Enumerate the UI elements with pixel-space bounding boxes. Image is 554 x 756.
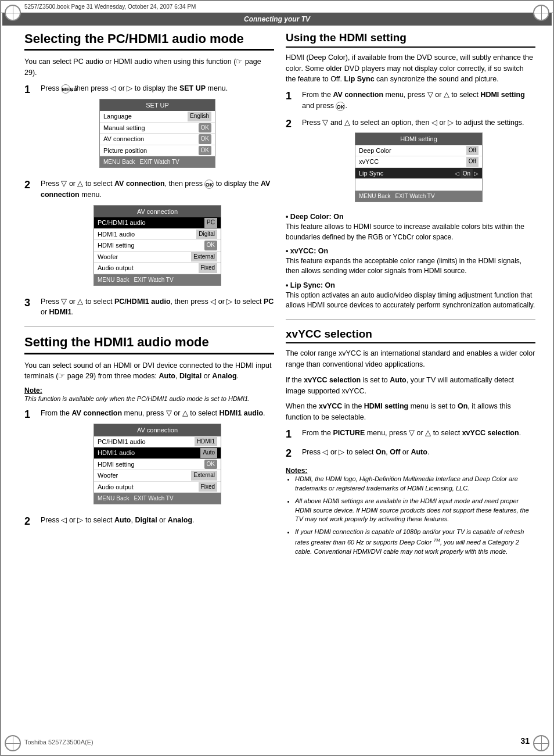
bullet-xvycc: • xvYCC: On This feature expands the acc…: [286, 247, 535, 277]
section1-title: Selecting the PC/HDMI1 audio mode: [24, 31, 274, 51]
av-row-audio-out: Audio output Fixed: [94, 263, 221, 274]
av-menu1-footer: MENU Back EXIT Watch TV: [94, 274, 221, 285]
av2-hdmi1-val: Auto: [200, 448, 217, 458]
av-menu2-footer: MENU Back EXIT Watch TV: [94, 493, 221, 504]
deepcolor-val: Off: [466, 146, 479, 156]
corner-tr: [533, 5, 549, 21]
woofer-val: External: [191, 252, 217, 262]
step-text-3: Press ▽ or △ to select PC/HDMI1 audio, t…: [41, 296, 274, 318]
notes-list: HDMI, the HDMI logo, High-Definition Mul…: [295, 475, 535, 557]
left-column: Selecting the PC/HDMI1 audio mode You ca…: [24, 31, 274, 560]
menu-row-language: Language English: [100, 111, 215, 123]
av-row-hdmi1: HDMI1 audio Digital: [94, 229, 221, 241]
section-xvycc: xvYCC selection The color range xvYCC is…: [286, 328, 535, 557]
hdmi-step-1: 1 From the AV connection menu, press ▽ o…: [286, 89, 535, 112]
step-num-3: 3: [24, 296, 38, 310]
hdmi-setting-intro: HDMI (Deep Color), if available from the…: [286, 52, 535, 85]
hdmi-step-text-1: From the AV connection menu, press ▽ or …: [302, 89, 535, 112]
pc-hdmi-val: PC: [204, 218, 217, 228]
step-1: 1 Press MENU, then press ◁ or ▷ to displ…: [24, 83, 274, 173]
section2-title: Setting the HDMI1 audio mode: [24, 335, 274, 354]
setup-menu-footer: MENU Back EXIT Watch TV: [100, 156, 215, 167]
hdmi-row-lipsync: Lip Sync ◁ On ▷: [355, 168, 482, 180]
setup-menu-title: SET UP: [100, 99, 215, 112]
xvycc-val: Off: [466, 157, 479, 167]
av-row-woofer: Woofer External: [94, 252, 221, 263]
xvycc-intro1: The color range xvYCC is an internationa…: [286, 348, 535, 370]
hdmi-row-deepcolor: Deep Color Off: [355, 145, 482, 157]
step-num-1: 1: [24, 83, 38, 96]
hdmi1-step-num-1: 1: [24, 408, 38, 421]
content-area: Selecting the PC/HDMI1 audio mode You ca…: [1, 26, 553, 566]
file-info: 5257/Z3500.book Page 31 Wednesday, Octob…: [24, 3, 196, 10]
bullet-lipsync: • Lip Sync: On This option activates an …: [286, 281, 535, 311]
hdmi-setting-title: Using the HDMI setting: [286, 31, 535, 48]
bullet-xvycc-header: • xvYCC: On: [286, 247, 535, 255]
hdmi1-step-text-1: From the AV connection menu, press ▽ or …: [41, 408, 274, 509]
note-box: Note: This function is available only wh…: [24, 386, 274, 403]
lipsync-val-wrap: ◁ On ▷: [455, 169, 479, 178]
page: 5257/Z3500.book Page 31 Wednesday, Octob…: [0, 0, 554, 756]
section2-intro: You can select sound of an HDMI or DVI d…: [24, 360, 274, 382]
bullet-deepcolor-header: • Deep Color: On: [286, 213, 535, 221]
bullet-deepcolor-body: This feature allows to HDMI source to in…: [286, 222, 535, 242]
hdmi1-step-num-2: 2: [24, 515, 38, 528]
xvycc-step-text-1: From the PICTURE menu, press ▽ or △ to s…: [302, 428, 535, 439]
xvycc-step-2: 2 Press ◁ or ▷ to select On, Off or Auto…: [286, 447, 535, 460]
notes-section: Notes: HDMI, the HDMI logo, High-Definit…: [286, 467, 535, 557]
av2-row-woofer: Woofer External: [94, 470, 221, 482]
note-item-2: All above HDMI settings are available in…: [295, 497, 535, 525]
av2-woofer-val: External: [191, 471, 217, 481]
audio-out-val: Fixed: [199, 263, 217, 273]
header-title: Connecting your TV: [244, 15, 310, 23]
av-row-hdmi-setting: HDMI setting OK: [94, 240, 221, 252]
corner-bl: [5, 735, 21, 751]
step-text-2: Press ▽ or △ to select AV connection, th…: [41, 178, 274, 291]
page-number: 31: [520, 736, 530, 746]
hdmi1-val: Digital: [196, 230, 217, 239]
right-section-divider: [286, 319, 535, 320]
section-hdmi-setting: Using the HDMI setting HDMI (Deep Color)…: [286, 31, 535, 311]
note-label: Note:: [24, 386, 274, 395]
hdmi-step-num-2: 2: [286, 117, 300, 131]
language-value: English: [188, 112, 211, 121]
ok-icon-2: OK: [336, 102, 345, 111]
menu-button-icon: MENU: [61, 84, 70, 94]
ok-icon: OK: [204, 180, 214, 189]
header-bar: Connecting your TV: [2, 13, 552, 26]
hdmi-setting-val: OK: [204, 241, 217, 250]
bullet-xvycc-body: This feature expands the acceptable colo…: [286, 256, 535, 277]
av2-row-hdmi-setting: HDMI setting OK: [94, 459, 221, 471]
top-info: 5257/Z3500.book Page 31 Wednesday, Octob…: [1, 1, 553, 13]
bullet-lipsync-body: This option activates an auto audio/vide…: [286, 291, 535, 311]
right-column: Using the HDMI setting HDMI (Deep Color)…: [286, 31, 535, 560]
notes-label: Notes:: [286, 467, 535, 475]
hdmi-menu-footer: MENU Back EXIT Watch TV: [355, 191, 482, 202]
brand-footer: Toshiba 5257Z3500A(E): [24, 739, 93, 746]
bullet-lipsync-header: • Lip Sync: On: [286, 281, 535, 289]
step-2: 2 Press ▽ or △ to select AV connection, …: [24, 178, 274, 291]
xvycc-title: xvYCC selection: [286, 328, 535, 344]
av2-row-audio-out: Audio output Fixed: [94, 482, 221, 493]
bullet-deepcolor: • Deep Color: On This feature allows to …: [286, 213, 535, 242]
hdmi-row-xvycc: xvYCC Off: [355, 156, 482, 168]
xvycc-step-1: 1 From the PICTURE menu, press ▽ or △ to…: [286, 428, 535, 441]
menu-row-picture: Picture position OK: [100, 145, 215, 157]
xvycc-step-text-2: Press ◁ or ▷ to select On, Off or Auto.: [302, 447, 535, 458]
hdmi1-step-2: 2 Press ◁ or ▷ to select Auto, Digital o…: [24, 515, 274, 528]
av-connection-menu-1: AV connection PC/HDMI1 audio PC HDMI1 au…: [93, 205, 221, 286]
av-connection-menu-2: AV connection PC/HDMI1 audio HDMI1 HDMI1…: [93, 424, 221, 504]
av-menu2-title: AV connection: [94, 424, 221, 436]
corner-br: [533, 735, 549, 751]
menu-row-manual: Manual setting OK: [100, 123, 215, 134]
hdmi-menu-spacer: [355, 179, 482, 191]
lipsync-val: On: [461, 169, 473, 178]
step-num-2: 2: [24, 178, 38, 192]
step-3: 3 Press ▽ or △ to select PC/HDMI1 audio,…: [24, 296, 274, 318]
section1-intro: You can select PC audio or HDMI audio wh…: [24, 56, 274, 78]
hdmi-setting-menu-title: HDMI setting: [355, 133, 482, 145]
corner-tl: [5, 5, 21, 21]
manual-value: OK: [199, 123, 211, 133]
hdmi-step-2: 2 Press ▽ and △ to select an option, the…: [286, 117, 535, 207]
note-item-3: If your HDMI connection is capable of 10…: [295, 528, 535, 556]
